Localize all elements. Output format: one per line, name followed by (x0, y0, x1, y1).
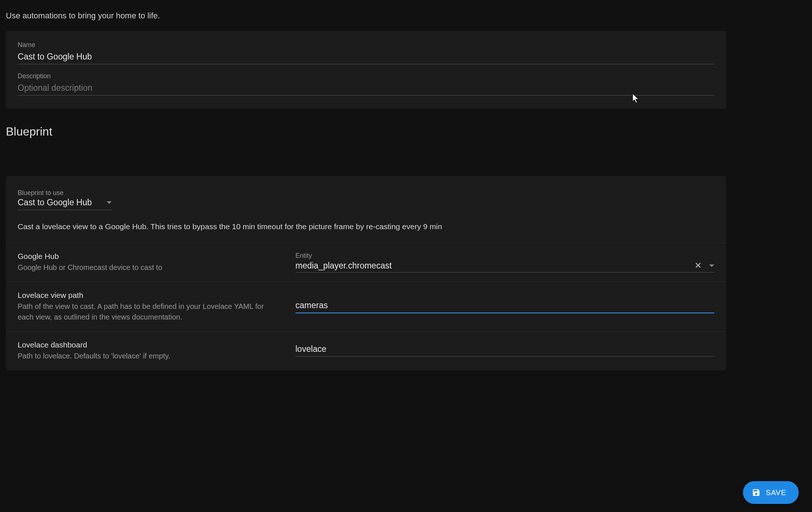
name-description-card: Name Description (6, 31, 726, 109)
row-google-hub-help: Google Hub or Chromecast device to cast … (18, 262, 281, 273)
row-dashboard: Lovelace dashboard Path to lovelace. Def… (6, 332, 726, 370)
description-label: Description (18, 72, 714, 80)
blueprint-card: Blueprint to use Cast to Google Hub Cast… (6, 176, 726, 370)
row-google-hub-title: Google Hub (18, 252, 281, 261)
blueprint-header: Blueprint to use Cast to Google Hub Cast… (6, 176, 726, 243)
dropdown-icon[interactable] (709, 264, 714, 267)
row-google-hub: Google Hub Google Hub or Chromecast devi… (6, 243, 726, 282)
row-google-hub-right: Entity ✕ (295, 252, 714, 273)
clear-icon[interactable]: ✕ (690, 260, 706, 271)
row-view-path: Lovelace view path Path of the view to c… (6, 282, 726, 332)
description-input[interactable] (18, 82, 714, 95)
name-input[interactable] (18, 50, 714, 64)
entity-input[interactable] (295, 261, 690, 271)
blueprint-description: Cast a lovelace view to a Google Hub. Th… (18, 221, 714, 232)
blueprint-heading: Blueprint (6, 109, 806, 149)
view-path-input[interactable] (295, 300, 714, 313)
row-view-path-right (295, 291, 714, 313)
blueprint-select-label: Blueprint to use (18, 189, 714, 197)
entity-input-wrap: ✕ (295, 260, 714, 273)
row-dashboard-right (295, 340, 714, 357)
intro-text: Use automations to bring your home to li… (6, 0, 806, 31)
save-icon (752, 488, 761, 497)
row-dashboard-left: Lovelace dashboard Path to lovelace. Def… (18, 340, 295, 361)
row-dashboard-help: Path to lovelace. Defaults to 'lovelace'… (18, 351, 281, 361)
name-field-wrap: Name (18, 41, 714, 64)
save-button-label: SAVE (766, 488, 786, 497)
row-view-path-left: Lovelace view path Path of the view to c… (18, 291, 295, 322)
row-google-hub-left: Google Hub Google Hub or Chromecast devi… (18, 252, 295, 273)
blueprint-select-value: Cast to Google Hub (18, 198, 92, 208)
save-button[interactable]: SAVE (743, 481, 799, 504)
dashboard-input[interactable] (295, 344, 714, 357)
name-label: Name (18, 41, 714, 49)
chevron-down-icon (107, 201, 112, 204)
row-dashboard-title: Lovelace dashboard (18, 340, 281, 349)
row-view-path-title: Lovelace view path (18, 291, 281, 300)
entity-label: Entity (295, 252, 714, 260)
blueprint-select[interactable]: Cast to Google Hub (18, 198, 112, 210)
description-field-wrap: Description (18, 72, 714, 95)
row-view-path-help: Path of the view to cast. A path has to … (18, 301, 281, 322)
